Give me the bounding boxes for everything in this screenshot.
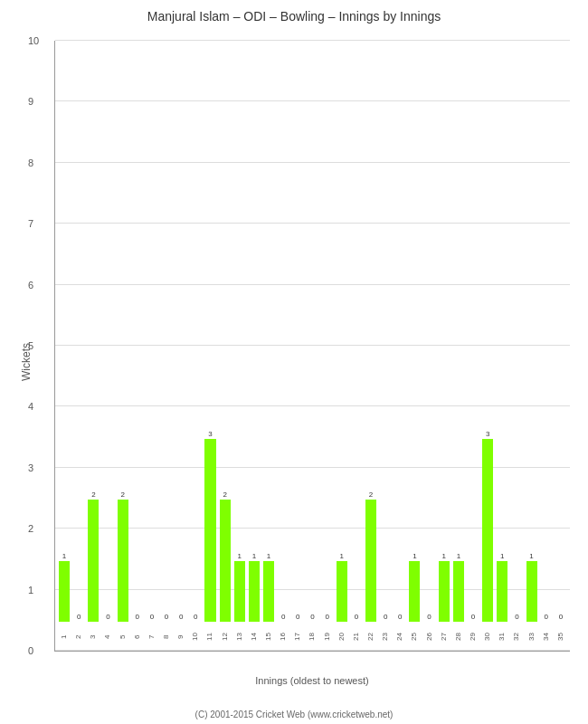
- bar-group: 120: [335, 41, 349, 651]
- bar-group: 131: [495, 41, 509, 651]
- x-tick-label: 14: [251, 624, 258, 651]
- bar-value-label: 3: [486, 431, 489, 438]
- bar: [220, 500, 231, 622]
- x-tick-label: 12: [222, 624, 229, 651]
- bar-group: 23: [86, 41, 100, 651]
- bar: [526, 561, 537, 622]
- bar-group: 133: [525, 41, 539, 651]
- x-tick-label: 33: [528, 624, 536, 651]
- bar-value-label: 1: [238, 553, 242, 560]
- bar-value-label: 0: [384, 614, 387, 621]
- bar-group: 115: [261, 41, 276, 651]
- bar-group: 212: [218, 41, 232, 651]
- x-tick-label: 27: [441, 624, 448, 651]
- bar-value-label: 2: [369, 491, 373, 499]
- bar-group: 017: [290, 41, 305, 651]
- bar-value-label: 0: [296, 614, 299, 621]
- bar-value-label: 0: [310, 614, 314, 621]
- x-tick-label: 2: [75, 624, 82, 651]
- bar-value-label: 0: [179, 614, 183, 621]
- bar-group: 113: [232, 41, 247, 651]
- bar: [453, 561, 464, 622]
- x-tick-label: 21: [353, 624, 360, 651]
- x-tick-label: 4: [104, 624, 111, 651]
- bar-group: 11: [57, 41, 71, 651]
- x-tick-label: 5: [119, 624, 127, 651]
- bar: [249, 561, 260, 622]
- x-tick-label: 30: [484, 624, 491, 651]
- bar-group: 330: [480, 41, 495, 651]
- copyright: (C) 2001-2015 Cricket Web (www.cricketwe…: [0, 710, 588, 719]
- bar-value-label: 1: [252, 553, 256, 560]
- x-tick-label: 24: [396, 624, 403, 651]
- x-tick-label: 22: [367, 624, 375, 651]
- bar-group: 032: [509, 41, 524, 651]
- bar-value-label: 1: [457, 553, 460, 560]
- chart-title: Manjural Islam – ODI – Bowling – Innings…: [0, 9, 588, 24]
- bar-value-label: 0: [427, 614, 431, 621]
- bar-group: 09: [174, 41, 188, 651]
- bar-value-label: 0: [355, 614, 358, 621]
- bar-group: 114: [247, 41, 261, 651]
- bar-group: 019: [320, 41, 335, 651]
- bar-group: 08: [159, 41, 174, 651]
- x-tick-label: 25: [411, 624, 418, 651]
- bar-group: 023: [378, 41, 393, 651]
- bar-value-label: 0: [194, 614, 197, 621]
- bar: [337, 561, 347, 622]
- x-tick-label: 23: [382, 624, 389, 651]
- bar-value-label: 0: [77, 614, 81, 621]
- bar-value-label: 2: [223, 491, 226, 499]
- bar-value-label: 0: [559, 614, 563, 621]
- x-tick-label: 16: [280, 624, 287, 651]
- bar-group: 021: [349, 41, 364, 651]
- chart-container: Manjural Islam – ODI – Bowling – Innings…: [0, 0, 588, 724]
- x-tick-label: 31: [498, 624, 506, 651]
- x-tick-label: 34: [543, 624, 550, 651]
- bar: [263, 561, 274, 622]
- x-tick-label: 17: [294, 624, 301, 651]
- bar-value-label: 1: [500, 553, 504, 560]
- bar-group: 02: [71, 41, 86, 651]
- bar-value-label: 0: [398, 614, 402, 621]
- x-tick-label: 10: [192, 624, 199, 651]
- x-tick-label: 6: [134, 624, 141, 651]
- x-tick-label: 3: [90, 624, 97, 651]
- bar: [409, 561, 420, 622]
- x-tick-label: 28: [455, 624, 462, 651]
- chart-area: 0 1 2 3 4 5 6 7 8 9 10: [54, 41, 570, 652]
- x-tick-label: 11: [206, 624, 213, 651]
- bar-group: 128: [451, 41, 466, 651]
- bar-group: 25: [116, 41, 130, 651]
- x-tick-label: 19: [324, 624, 331, 651]
- bar-value-label: 1: [340, 553, 344, 560]
- bar-group: 029: [466, 41, 480, 651]
- bar-value-label: 1: [62, 553, 66, 560]
- bar: [118, 500, 128, 622]
- bar: [204, 439, 215, 622]
- bar-value-label: 0: [325, 614, 328, 621]
- bar-value-label: 3: [208, 431, 212, 438]
- x-tick-label: 26: [426, 624, 433, 651]
- bar-value-label: 1: [413, 553, 416, 560]
- bar-group: 024: [393, 41, 407, 651]
- bar-group: 06: [130, 41, 145, 651]
- bar-group: 04: [100, 41, 115, 651]
- bar-value-label: 0: [106, 614, 109, 621]
- bar-value-label: 1: [442, 553, 446, 560]
- bar-group: 07: [145, 41, 159, 651]
- bar-value-label: 1: [267, 553, 270, 560]
- x-tick-label: 29: [469, 624, 477, 651]
- bar-group: 125: [407, 41, 422, 651]
- bar-value-label: 0: [150, 614, 154, 621]
- bar-value-label: 0: [544, 614, 547, 621]
- bar-group: 035: [554, 41, 568, 651]
- x-tick-label: 13: [236, 624, 243, 651]
- x-tick-label: 32: [513, 624, 520, 651]
- x-tick-label: 8: [163, 624, 170, 651]
- bar-group: 311: [203, 41, 217, 651]
- x-axis-title: Innings (oldest to newest): [54, 675, 570, 686]
- x-tick-label: 9: [177, 624, 185, 651]
- bar: [497, 561, 507, 622]
- bar-value-label: 2: [91, 491, 95, 499]
